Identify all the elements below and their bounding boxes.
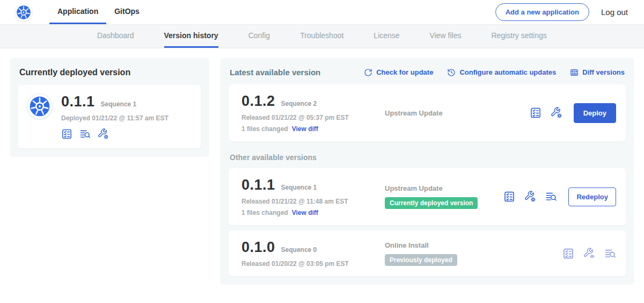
- version-card-0-1-0: 0.1.0 Sequence 0 Released 01/20/22 @ 03:…: [229, 230, 626, 276]
- version-number: 0.1.2: [241, 93, 275, 110]
- refresh-icon: [364, 68, 372, 77]
- version-source-label: Upstream Update: [385, 184, 503, 192]
- version-history-panel: Latest available version Check for updat…: [220, 58, 634, 285]
- config-wrench-gear-icon[interactable]: [524, 191, 536, 203]
- top-header: Application GitOps Add a new application…: [0, 0, 644, 25]
- currently-deployed-title: Currently deployed version: [19, 68, 201, 77]
- subnav-view-files[interactable]: View files: [430, 25, 462, 48]
- check-for-update-label: Check for update: [376, 68, 433, 76]
- currently-deployed-badge: Currently deployed version: [385, 197, 478, 209]
- latest-available-title: Latest available version: [230, 68, 320, 77]
- preflight-checklist-icon[interactable]: [61, 128, 72, 140]
- version-card-0-1-2: 0.1.2 Sequence 2 Released 01/21/22 @ 05:…: [229, 84, 626, 141]
- subnav-version-history[interactable]: Version history: [164, 25, 218, 48]
- tab-application[interactable]: Application: [49, 0, 106, 24]
- configure-automatic-updates-label: Configure automatic updates: [459, 68, 556, 76]
- deploy-logs-icon[interactable]: [604, 248, 616, 259]
- files-changed-label: 1 files changed: [241, 125, 288, 133]
- config-wrench-gear-icon[interactable]: [551, 107, 562, 119]
- deployed-version-number: 0.1.1: [61, 93, 95, 110]
- deploy-logs-icon[interactable]: [545, 191, 557, 203]
- sequence-label: Sequence 1: [281, 184, 317, 191]
- config-wrench-gear-icon[interactable]: [98, 128, 109, 140]
- redeploy-button[interactable]: Redeploy: [568, 187, 616, 206]
- add-new-application-button[interactable]: Add a new application: [495, 3, 589, 21]
- version-number: 0.1.1: [241, 177, 275, 193]
- subnav-config[interactable]: Config: [248, 25, 270, 48]
- released-timestamp: Released 01/21/22 @ 11:48 am EST: [241, 198, 378, 205]
- other-available-versions-title: Other available versions: [230, 153, 625, 162]
- check-for-update-link[interactable]: Check for update: [364, 68, 433, 77]
- deploy-logs-icon[interactable]: [79, 128, 91, 140]
- subnav-license[interactable]: License: [374, 25, 399, 48]
- configure-automatic-updates-link[interactable]: Configure automatic updates: [447, 68, 556, 77]
- released-timestamp: Released 01/20/22 @ 03:05 pm EST: [241, 260, 378, 268]
- diff-versions-label: Diff versions: [582, 68, 625, 76]
- sequence-label: Sequence 2: [281, 100, 317, 107]
- sequence-label: Sequence 0: [281, 246, 317, 254]
- kubernetes-logo-icon: [15, 4, 32, 21]
- preflight-checklist-icon[interactable]: [562, 248, 574, 259]
- version-source-label: Online Install: [385, 241, 562, 249]
- tab-gitops[interactable]: GitOps: [106, 0, 148, 24]
- subnav-troubleshoot[interactable]: Troubleshoot: [300, 25, 343, 48]
- view-diff-link[interactable]: View diff: [292, 209, 318, 217]
- version-card-0-1-1: 0.1.1 Sequence 1 Released 01/21/22 @ 11:…: [229, 168, 626, 225]
- subnav-registry-settings[interactable]: Registry settings: [492, 25, 547, 48]
- diff-columns-icon: [570, 68, 579, 77]
- app-subnav: Dashboard Version history Config Trouble…: [0, 25, 644, 48]
- preflight-checklist-icon[interactable]: [503, 191, 515, 203]
- currently-deployed-panel: Currently deployed version 0.1.1 Sequenc…: [10, 58, 209, 157]
- previously-deployed-badge: Previously deployed: [385, 254, 457, 266]
- view-diff-link[interactable]: View diff: [292, 125, 318, 133]
- deployed-timestamp: Deployed 01/21/22 @ 11:57 am EST: [61, 114, 169, 122]
- subnav-dashboard[interactable]: Dashboard: [97, 25, 134, 48]
- app-tabs: Application GitOps: [49, 0, 148, 24]
- preflight-checklist-icon[interactable]: [530, 107, 541, 119]
- app-kubernetes-icon: [27, 93, 53, 119]
- released-timestamp: Released 01/21/22 @ 05:37 pm EST: [241, 114, 378, 121]
- files-changed-label: 1 files changed: [241, 209, 288, 217]
- schedule-clock-icon: [447, 68, 456, 77]
- deployed-version-card: 0.1.1 Sequence 1 Deployed 01/21/22 @ 11:…: [18, 85, 201, 148]
- version-source-label: Upstream Update: [385, 109, 530, 117]
- deploy-button[interactable]: Deploy: [574, 103, 616, 123]
- deployed-sequence-label: Sequence 1: [101, 100, 137, 108]
- version-number: 0.1.0: [241, 239, 275, 256]
- diff-versions-link[interactable]: Diff versions: [570, 68, 625, 77]
- config-wrench-eye-icon[interactable]: [583, 248, 595, 259]
- logout-button[interactable]: Log out: [601, 8, 628, 17]
